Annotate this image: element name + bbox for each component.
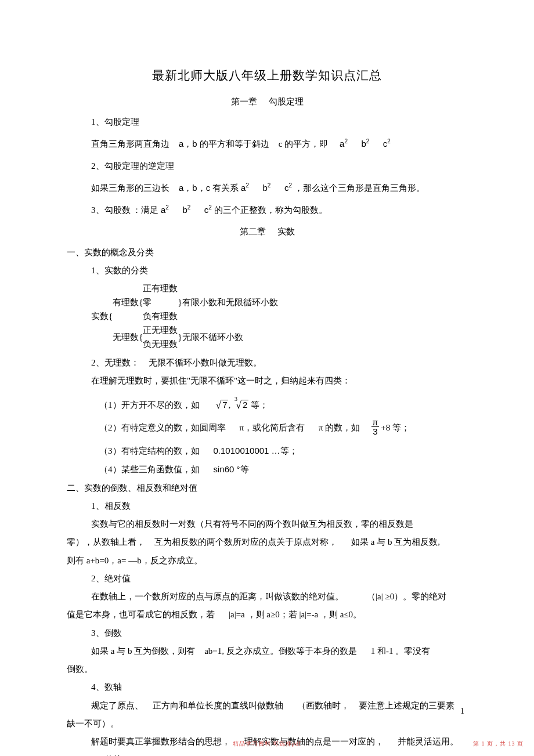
cbrt-2: 3√2	[233, 400, 248, 410]
tree-b2: 无理数	[113, 323, 139, 351]
fraction-pi-3: π 3	[371, 418, 378, 436]
chapter-1-name: 勾股定理	[269, 97, 304, 106]
cA2-l3: （3）有特定结构的数，如0.1010010001 …等；	[67, 442, 467, 460]
brace-icon: }	[178, 323, 182, 351]
c1-h2: 2、勾股定理的逆定理	[67, 158, 467, 175]
cA2-l4: （4）某些三角函数值，如sin60 °等	[67, 461, 467, 478]
section-b: 二、实数的倒数、相反数和绝对值	[67, 480, 467, 497]
eq3-a2: a2	[161, 205, 169, 215]
sqrt-7: √7	[215, 400, 228, 410]
tree-b2-note: 无限不循环小数	[182, 323, 278, 351]
eq2-b2: b2	[263, 183, 271, 193]
cB-p4-line1: 规定了原点、正方向和单位长度的直线叫做数轴（画数轴时，要注意上述规定的三要素	[67, 697, 467, 714]
document-page: 最新北师大版八年级上册数学知识点汇总 第一章勾股定理 1、勾股定理 直角三角形两…	[0, 0, 534, 756]
tree-b2a: 正无理数	[143, 323, 178, 337]
cB-h3: 3、倒数	[67, 625, 467, 642]
cB-h5: 5、估算	[67, 751, 467, 756]
eq3-b2: b2	[182, 205, 190, 215]
chapter-1-label: 第一章	[231, 97, 257, 106]
footer-center: 精品学习资料 可选择pdf	[0, 740, 534, 748]
cB-p3-line1: 如果 a 与 b 互为倒数，则有ab=1, 反之亦成立。倒数等于本身的数是1 和…	[67, 643, 467, 660]
cA2-p: 在理解无理数时，要抓住"无限不循环"这一时之，归纳起来有四类：	[67, 372, 467, 389]
eq2-a2: a2	[241, 183, 249, 193]
cB-p1-line2: 零），从数轴上看，互为相反数的两个数所对应的点关于原点对称，如果 a 与 b 互…	[67, 534, 467, 551]
section-a: 一、实数的概念及分类	[67, 244, 467, 261]
cB-p1e: 则有 a+b=0，a= —b，反之亦成立。	[67, 552, 467, 569]
tree-b2b: 负无理数	[143, 337, 178, 351]
cB-p3d: 倒数。	[67, 661, 467, 678]
tree-b1c: 负有理数	[143, 309, 178, 323]
cB-p1a: 实数与它的相反数时一对数（只有符号不同的两个数叫做互为相反数，零的相反数是	[67, 516, 467, 533]
brace-icon: {	[139, 323, 143, 351]
c1-p1: 直角三角形两直角边a，b 的平方和等于斜边c 的平方，即 a2 b2 c2	[67, 135, 467, 153]
cB-h1: 1、相反数	[67, 498, 467, 515]
cB-p2-line2: 值是它本身，也可看成它的相反数，若|a|=a ，则 a≥0；若 |a|=-a ，…	[67, 606, 467, 623]
page-number: 1	[460, 707, 464, 716]
c1-p3: 3、勾股数 ：满足 a2 b2 c2 的三个正整数，称为勾股数。	[67, 201, 467, 219]
cB-h2: 2、绝对值	[67, 570, 467, 587]
cB-p2-line1: 在数轴上，一个数所对应的点与原点的距离，叫做该数的绝对值。（|a| ≥0）。零的…	[67, 588, 467, 605]
brace-icon: }	[178, 281, 182, 323]
chapter-2-name: 实数	[277, 227, 295, 236]
chapter-1-heading: 第一章勾股定理	[67, 93, 467, 110]
brace-icon: {	[139, 281, 143, 323]
tree-b1: 有理数	[113, 281, 139, 323]
cB-h4: 4、数轴	[67, 679, 467, 696]
tree-b1-note: 有限小数和无限循环小数	[182, 281, 278, 323]
classification-tree: 实数 { 有理数 { 正有理数 } 有限小数和无限循环小数 零 负有理数 无理数…	[67, 281, 467, 351]
c1-p2: 如果三角形的三边长a，b，c 有关系 a2 b2 c2 ，那么这个三角形是直角三…	[67, 179, 467, 197]
document-title: 最新北师大版八年级上册数学知识点汇总	[67, 64, 467, 88]
eq2-c2: c2	[284, 183, 292, 193]
cB-p4e: 缺一不可）。	[67, 715, 467, 732]
eq3-c2: c2	[204, 205, 214, 215]
brace-icon: {	[109, 281, 113, 351]
footer-right: 第 1 页，共 13 页	[473, 740, 524, 748]
eq-c2: c2	[383, 139, 391, 149]
cA1: 1、实数的分类	[67, 262, 467, 279]
chapter-2-heading: 第二章实数	[67, 223, 467, 240]
cA2-h: 2、无理数：无限不循环小数叫做无理数。	[67, 355, 467, 371]
eq-a2: a2	[340, 139, 348, 149]
tree-b1a: 正有理数	[143, 281, 178, 295]
cA2-l2: （2）有特定意义的数，如圆周率π，或化简后含有π 的数，如 π 3 +8 等；	[67, 419, 467, 437]
c1-h1: 1、勾股定理	[67, 114, 467, 131]
cA2-l1: （1）开方开不尽的数，如 √7, 3√2 等；	[67, 395, 467, 415]
chapter-2-label: 第二章	[240, 227, 266, 236]
eq-b2: b2	[361, 139, 369, 149]
tree-b1b: 零	[143, 295, 178, 309]
tree-root: 实数	[91, 281, 109, 351]
